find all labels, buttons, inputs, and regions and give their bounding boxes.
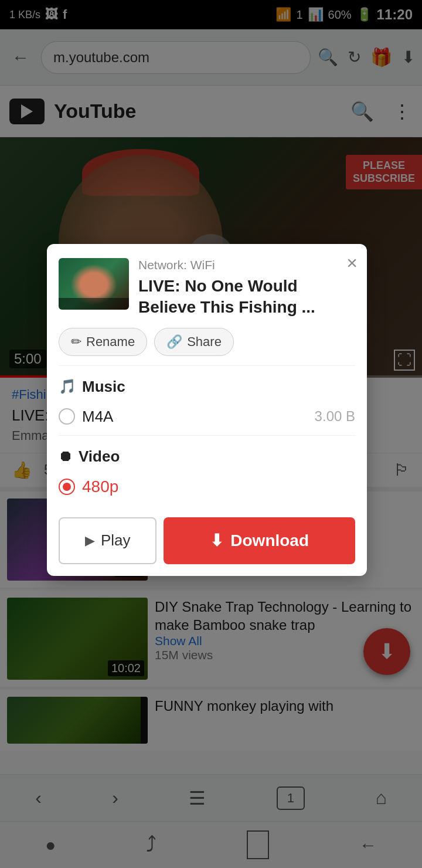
480p-radio[interactable] <box>59 479 75 495</box>
download-button[interactable]: ⬇ Download <box>164 517 355 564</box>
music-icon: 🎵 <box>59 378 76 395</box>
modal-close-button[interactable]: × <box>346 253 358 272</box>
modal-overlay: Network: WiFi LIVE: No One Would Believe… <box>0 0 422 868</box>
modal-info: Network: WiFi LIVE: No One Would Believe… <box>138 258 355 318</box>
modal-network: Network: WiFi <box>138 258 355 272</box>
modal-thumb-dark <box>59 298 129 310</box>
share-button[interactable]: 🔗 Share <box>154 328 234 356</box>
480p-option[interactable]: 480p <box>59 473 355 501</box>
rename-button[interactable]: ✏ Rename <box>59 328 147 356</box>
download-modal: Network: WiFi LIVE: No One Would Believe… <box>47 244 367 576</box>
m4a-option[interactable]: M4A 3.00 B <box>59 403 355 430</box>
download-button-icon: ⬇ <box>210 531 223 550</box>
m4a-size: 3.00 B <box>315 408 355 425</box>
video-label: Video <box>79 447 120 466</box>
modal-thumbnail <box>59 258 129 310</box>
play-button[interactable]: ▶ Play <box>59 517 156 564</box>
music-section-label: 🎵 Music <box>59 378 355 396</box>
rename-label: Rename <box>86 334 135 350</box>
modal-buttons: ▶ Play ⬇ Download <box>47 506 367 576</box>
480p-radio-fill <box>63 483 71 491</box>
music-label: Music <box>82 378 125 396</box>
music-section: 🎵 Music M4A 3.00 B <box>47 366 367 435</box>
modal-actions: ✏ Rename 🔗 Share <box>47 328 367 365</box>
480p-label: 480p <box>82 477 118 496</box>
download-button-label: Download <box>230 531 309 550</box>
video-section: ⏺ Video 480p <box>47 436 367 506</box>
play-button-icon: ▶ <box>85 533 95 548</box>
play-button-label: Play <box>101 531 131 550</box>
share-icon: 🔗 <box>166 334 182 350</box>
share-label: Share <box>187 334 222 350</box>
modal-header: Network: WiFi LIVE: No One Would Believe… <box>47 244 367 328</box>
video-section-label: ⏺ Video <box>59 447 355 466</box>
video-section-icon: ⏺ <box>59 448 73 464</box>
modal-title: LIVE: No One Would Believe This Fishing … <box>138 276 355 318</box>
m4a-radio[interactable] <box>59 408 75 425</box>
m4a-label: M4A <box>82 408 308 426</box>
rename-icon: ✏ <box>71 334 81 350</box>
